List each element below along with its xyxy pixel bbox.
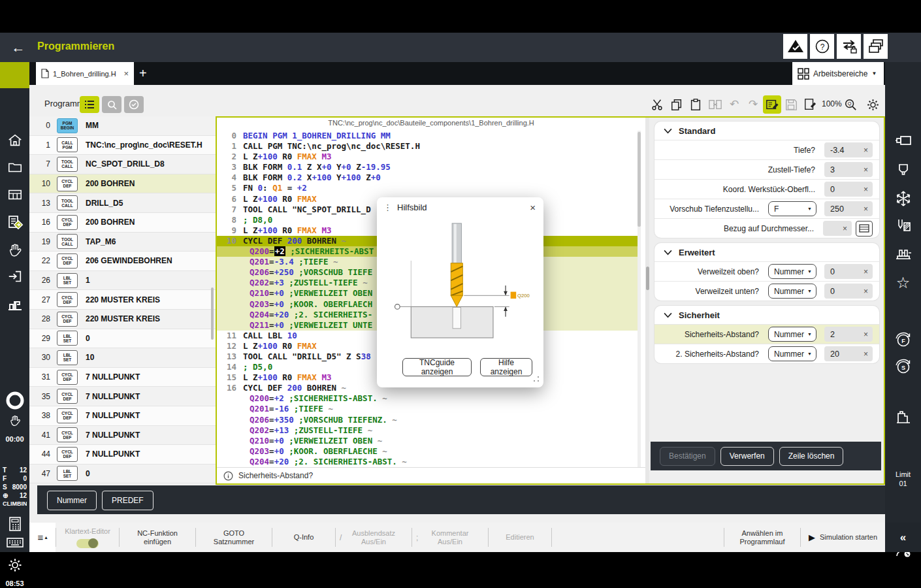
softkey-ausblendsatz-aus-ein[interactable]: /Ausblendsatz Aus/Ein (336, 523, 412, 552)
softkey-anw-hlen-im-programmlauf[interactable]: Anwählen im Programmlauf (724, 523, 800, 552)
feed-override-icon[interactable]: F (885, 330, 921, 350)
form-row[interactable]: Sicherheits-Abstand?Nummer▼2× (654, 324, 879, 344)
table-row[interactable]: 16CYCLDEF200 BOHREN (29, 213, 216, 233)
drag-handle-icon[interactable]: ⋮ (383, 203, 392, 212)
help-button[interactable]: ? (810, 34, 834, 59)
calculator-icon[interactable] (0, 516, 29, 532)
code-line[interactable]: Q202=+13 ;ZUSTELL-TIEFE ~ (217, 425, 639, 436)
form-row[interactable]: 2. Sicherheits-Abstand?Nummer▼20× (654, 344, 879, 363)
save-button[interactable] (782, 95, 800, 114)
screen-layout-button[interactable] (864, 34, 888, 59)
editor-settings-gear-icon[interactable] (864, 95, 882, 114)
clear-field-icon[interactable]: × (864, 267, 873, 276)
coolant-snowflake-icon[interactable] (885, 190, 921, 207)
table-row[interactable]: 29LBLSET0 (29, 329, 216, 349)
code-line[interactable]: Q203=+0 ;KOOR. OBERFLAECHE ~ (217, 446, 639, 457)
table-row[interactable]: 10CYCLDEF200 BOHREN (29, 174, 216, 194)
tool-workpiece-icon[interactable] (885, 218, 921, 235)
field-value-box[interactable]: 0× (824, 284, 873, 299)
redo-button[interactable]: ↷ (744, 95, 762, 114)
form-row[interactable]: Zustell-Tiefe?3× (654, 159, 879, 179)
code-line[interactable]: Q210=+0 ;VERWEILZEIT OBEN ~ (217, 436, 639, 446)
code-line[interactable]: Q206=+350 ;VORSCHUB TIEFENZ. ~ (217, 415, 639, 425)
resize-handle-icon[interactable] (533, 373, 540, 385)
table-row[interactable]: 22CYCLDEF206 GEWINDEBOHREN (29, 252, 216, 271)
save-as-button[interactable] (801, 95, 819, 114)
chevron-down-icon[interactable] (664, 128, 672, 134)
code-line[interactable]: 2L Z+100 R0 FMAX M3 (217, 152, 639, 162)
collapse-panel-button[interactable]: « (885, 523, 921, 552)
back-button[interactable]: ← (7, 38, 30, 57)
splitter-handle[interactable] (646, 267, 649, 290)
clear-field-icon[interactable]: × (864, 287, 873, 296)
field-value-box[interactable]: 20× (824, 346, 873, 361)
table-row[interactable]: 27CYCLDEF220 MUSTER KREIS (29, 290, 216, 310)
tree-search-button[interactable] (102, 96, 121, 113)
softkey-goto-satznummer[interactable]: GOTO Satznummer (196, 523, 272, 552)
table-row[interactable]: 26LBLSET1 (29, 271, 216, 291)
compare-button[interactable] (706, 95, 724, 114)
tool-carrier-icon[interactable] (885, 133, 921, 148)
form-row[interactable]: Verweilzeit unten?Nummer▼0× (654, 281, 879, 301)
table-row[interactable]: 28CYCLDEF220 MUSTER KREIS (29, 310, 216, 329)
undo-button[interactable]: ↶ (725, 95, 743, 114)
nummer-button[interactable]: Nummer (47, 491, 97, 510)
table-row[interactable]: 47LBLSET0 (29, 465, 216, 484)
copy-button[interactable] (668, 95, 686, 114)
table-row[interactable]: 13TOOLCALLDRILL_D5 (29, 193, 216, 213)
keyboard-icon[interactable] (0, 536, 29, 549)
files-folder-icon[interactable] (0, 159, 29, 175)
code-line[interactable]: Q201=-16 ;TIEFE ~ (217, 404, 639, 414)
predef-button[interactable]: PREDEF (102, 491, 154, 510)
help-show-button[interactable]: Hilfe anzeigen (480, 358, 532, 376)
table-row[interactable]: 7TOOLCALLNC_SPOT_DRILL_D8 (29, 155, 216, 174)
field-value-box[interactable]: 0× (824, 182, 873, 197)
code-line[interactable]: Q200=+2 ;SICHERHEITS-ABST. ~ (217, 393, 639, 404)
discard-button[interactable]: Verwerfen (720, 447, 774, 466)
spindle-icon[interactable] (885, 162, 921, 179)
table-row[interactable]: 35CYCLDEF7 NULLPUNKT (29, 387, 216, 406)
code-line[interactable]: 3BLK FORM 0.1 Z X+0 Y+0 Z-19.95 (217, 162, 639, 172)
workspaces-dropdown[interactable]: Arbeitsbereiche ▼ (792, 62, 884, 85)
spindle-override-icon[interactable]: S (885, 357, 921, 376)
tab-close-icon[interactable]: × (123, 69, 129, 78)
softkey-kommentar-aus-ein[interactable]: ;Kommentar Aus/Ein (412, 523, 488, 552)
field-dropdown[interactable]: F▼ (768, 201, 816, 216)
softkey-klartext-editor[interactable]: Klartext-Editor (56, 523, 119, 552)
paste-button[interactable] (687, 95, 705, 114)
cut-button[interactable] (648, 95, 666, 114)
new-tab-button[interactable]: + (139, 66, 147, 81)
clear-field-icon[interactable]: × (843, 224, 852, 233)
softkey-menu-button[interactable]: ≡ ▴ (29, 523, 56, 552)
tree-check-button[interactable] (124, 96, 144, 113)
program-run-icon[interactable] (0, 269, 29, 285)
clear-field-icon[interactable]: × (864, 330, 873, 339)
softkey-simulation-starten[interactable]: ▶Simulation starten (801, 523, 885, 552)
form-row[interactable]: Tiefe?-3.4× (654, 140, 879, 159)
field-dropdown[interactable]: Nummer▼ (768, 327, 816, 342)
programming-mode-icon[interactable] (0, 214, 29, 231)
form-row[interactable]: Verweilzeit oben?Nummer▼0× (654, 261, 879, 281)
chevron-down-icon[interactable] (664, 312, 672, 318)
dialog-header[interactable]: ⋮ Hilfsbild × (377, 197, 543, 217)
hilfsbild-dialog[interactable]: ⋮ Hilfsbild × (377, 197, 543, 387)
code-line[interactable]: 5FN 0: Q1 = +2 (217, 183, 639, 193)
table-row[interactable]: 31CYCLDEF7 NULLPUNKT (29, 368, 216, 387)
fixture-vise-icon[interactable] (885, 246, 921, 263)
form-edit-button[interactable] (763, 95, 781, 114)
tree-view-button[interactable] (80, 96, 99, 113)
tab-1-bohren-drilling[interactable]: 1_Bohren_drilling.H × (36, 62, 134, 85)
table-row[interactable]: 38CYCLDEF7 NULLPUNKT (29, 406, 216, 426)
form-row[interactable]: Bezug auf Durchmesser...× (654, 218, 879, 238)
field-value-box[interactable]: 2× (824, 327, 873, 342)
favorites-star-icon[interactable]: ☆ (885, 274, 921, 292)
table-row[interactable]: 41CYCLDEF7 NULLPUNKT (29, 426, 216, 446)
softkey-nc-funktion-einf-gen[interactable]: NC-Funktion einfügen (120, 523, 195, 552)
code-line[interactable]: 1CALL PGM TNC:\nc_prog\nc_doc\RESET.H (217, 141, 639, 152)
editor-scrollbar[interactable] (638, 131, 641, 468)
select-from-table-button[interactable] (856, 221, 873, 237)
tncguide-button[interactable]: TNCguide anzeigen (402, 358, 472, 376)
tree-scrollbar[interactable] (211, 287, 214, 340)
table-row[interactable]: 1CALLPGMTNC:\nc_prog\nc_doc\RESET.H (29, 136, 216, 155)
field-value-box[interactable]: 0× (824, 264, 873, 279)
